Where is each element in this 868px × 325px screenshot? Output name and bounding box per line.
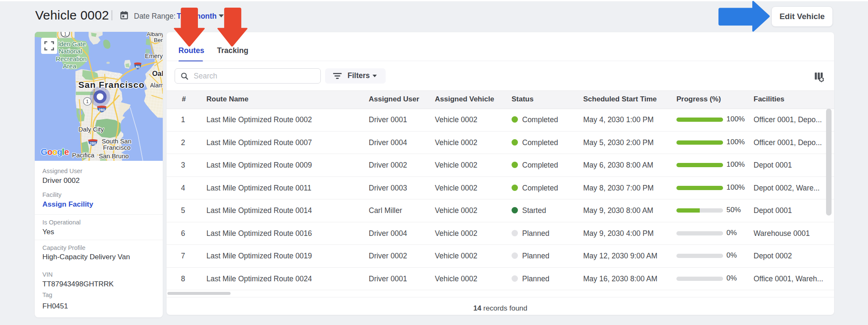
svg-text:G: G: [41, 147, 47, 157]
svg-text:Francisco: Francisco: [103, 144, 131, 151]
svg-text:lden Gate: lden Gate: [58, 40, 86, 48]
svg-text:Berkeley: Berkeley: [154, 37, 163, 43]
svg-text:Alameda: Alameda: [150, 82, 163, 89]
svg-text:Daly City: Daly City: [78, 126, 104, 133]
svg-text:Recreation: Recreation: [56, 55, 87, 62]
svg-text:National: National: [58, 48, 82, 55]
svg-text:280: 280: [89, 141, 96, 146]
svg-text:1: 1: [64, 32, 67, 36]
svg-text:Oakland: Oakland: [152, 70, 163, 77]
svg-text:80: 80: [136, 64, 140, 69]
svg-text:San Bruno: San Bruno: [99, 152, 129, 160]
svg-text:280: 280: [98, 108, 105, 112]
svg-text:Pacifica: Pacifica: [72, 151, 95, 159]
svg-text:San Francisco: San Francisco: [78, 80, 145, 90]
svg-text:1: 1: [86, 99, 89, 104]
svg-text:e: e: [64, 147, 69, 157]
svg-text:Area: Area: [63, 62, 76, 70]
svg-text:Emeryville: Emeryville: [145, 53, 163, 59]
